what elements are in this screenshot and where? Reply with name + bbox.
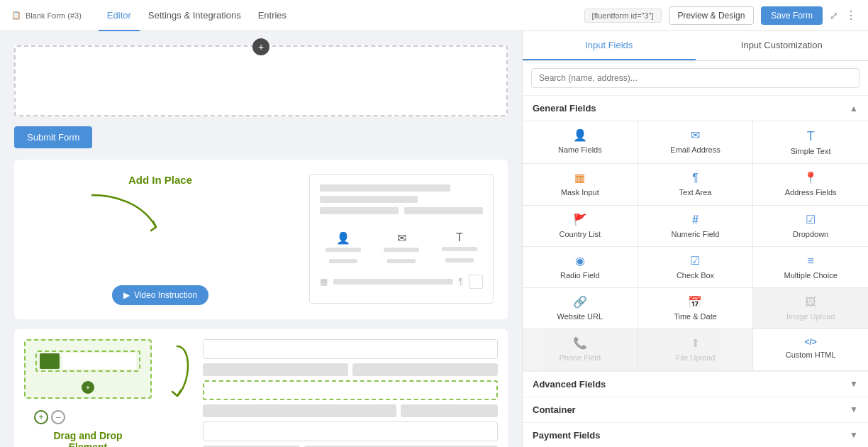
shortcode-badge: [fluentform id="3"] <box>584 9 662 23</box>
dnd-chip-2 <box>352 363 498 376</box>
mock-field-2 <box>320 196 418 203</box>
email-address-label: Email Address <box>670 145 720 155</box>
add-in-place-illustration: Add In Place ▶ Video Instruction <box>14 160 508 319</box>
country-list-icon: 🚩 <box>573 214 587 226</box>
advanced-fields-title: Advanced Fields <box>533 379 606 390</box>
video-instruction-button[interactable]: ▶ Video Instruction <box>112 285 208 305</box>
search-input[interactable] <box>531 68 859 88</box>
multiple-choice-icon: ≡ <box>807 255 813 267</box>
right-panel: Input Fields Input Customization General… <box>522 31 868 447</box>
field-address-fields[interactable]: 📍 Address Fields <box>753 164 868 204</box>
fields-panel: General Fields ▲ 👤 Name Fields ✉ Email A… <box>523 96 868 447</box>
preview-design-button[interactable]: Preview & Design <box>669 6 755 25</box>
add-field-plus[interactable]: + <box>252 38 269 55</box>
mock-two-col-1 <box>320 207 483 214</box>
brand: 📋 Blank Form (#3) <box>11 11 82 20</box>
custom-html-icon: </> <box>804 338 816 346</box>
field-multiple-choice[interactable]: ≡ Multiple Choice <box>753 247 868 287</box>
add-arrow-svg <box>85 188 170 238</box>
dropdown-label: Dropdown <box>793 229 828 239</box>
general-fields-chevron: ▲ <box>850 104 858 114</box>
field-phone-field: 📞 Phone Field <box>523 329 638 370</box>
payment-fields-header[interactable]: Payment Fields ▼ <box>523 422 868 447</box>
drag-drop-label: Drag and DropElement <box>24 430 152 447</box>
text-area-icon: ¶ <box>692 172 699 184</box>
drag-drop-section: + + − Drag and DropElement <box>14 329 508 447</box>
file-upload-icon: ⬆ <box>691 338 700 349</box>
advanced-fields-header[interactable]: Advanced Fields ▼ <box>523 371 868 397</box>
dnd-chip-4 <box>401 404 498 417</box>
email-address-icon: ✉ <box>691 130 700 141</box>
custom-html-label: Custom HTML <box>786 350 836 360</box>
mock-icon-text: T <box>442 231 477 267</box>
field-radio-field[interactable]: ◉ Radio Field <box>523 247 638 287</box>
advanced-fields-chevron: ▼ <box>850 379 858 389</box>
field-name-fields[interactable]: 👤 Name Fields <box>523 121 638 163</box>
time-date-label: Time & Date <box>674 311 717 321</box>
time-date-icon: 📅 <box>688 297 702 308</box>
submit-form-button[interactable]: Submit Form <box>14 126 92 148</box>
mock-field-1 <box>320 184 450 192</box>
container-header[interactable]: Container ▼ <box>523 397 868 422</box>
mock-icon-person: 👤 <box>326 231 361 267</box>
save-form-button[interactable]: Save Form <box>761 6 823 25</box>
radio-field-label: Radio Field <box>560 270 600 280</box>
field-time-date[interactable]: 📅 Time & Date <box>638 288 753 329</box>
dnd-green-block <box>40 353 60 369</box>
form-canvas: + <box>14 45 508 116</box>
dnd-right <box>174 339 498 447</box>
payment-fields-title: Payment Fields <box>533 430 600 441</box>
field-website-url[interactable]: 🔗 Website URL <box>523 288 638 329</box>
dnd-inner-plus[interactable]: + <box>82 381 94 394</box>
general-fields-header[interactable]: General Fields ▲ <box>523 96 868 121</box>
expand-icon[interactable]: ⤢ <box>830 10 838 21</box>
nav-tabs: Editor Settings & Integrations Entries <box>99 0 295 31</box>
email-icon: ✉ <box>397 231 406 245</box>
field-numeric-field[interactable]: # Numeric Field <box>638 206 753 246</box>
more-options-icon[interactable]: ⋮ <box>845 9 857 22</box>
tab-input-fields[interactable]: Input Fields <box>523 31 696 60</box>
field-email-address[interactable]: ✉ Email Address <box>638 121 753 163</box>
field-text-area[interactable]: ¶ Text Area <box>638 164 753 204</box>
file-upload-label: File Upload <box>676 353 716 363</box>
dnd-left: + + − Drag and DropElement <box>24 339 152 447</box>
numeric-field-icon: # <box>692 214 699 226</box>
simple-text-label: Simple Text <box>791 146 831 156</box>
field-country-list[interactable]: 🚩 Country List <box>523 206 638 246</box>
radio-field-icon: ◉ <box>575 255 585 267</box>
general-fields-title: General Fields <box>533 103 596 114</box>
dnd-arrow-svg <box>156 339 199 410</box>
mask-input-label: Mask Input <box>561 187 599 197</box>
dnd-chip-1 <box>203 363 348 376</box>
panel-tabs: Input Fields Input Customization <box>523 31 868 61</box>
image-upload-icon: 🖼 <box>805 297 816 308</box>
phone-field-label: Phone Field <box>559 353 601 363</box>
mask-input-icon: ▦ <box>574 172 585 184</box>
dnd-add-column-button[interactable]: + <box>34 410 48 424</box>
field-mask-input[interactable]: ▦ Mask Input <box>523 164 638 204</box>
name-fields-icon: 👤 <box>573 130 587 141</box>
tab-editor[interactable]: Editor <box>99 0 140 31</box>
tab-input-customization[interactable]: Input Customization <box>696 31 869 60</box>
website-url-icon: 🔗 <box>573 297 587 308</box>
field-simple-text[interactable]: T Simple Text <box>753 121 868 163</box>
brand-icon: 📋 <box>11 11 21 20</box>
dnd-form-field-1 <box>203 339 498 359</box>
field-dropdown[interactable]: ☑ Dropdown <box>753 206 868 246</box>
dnd-drop-area[interactable]: + <box>24 339 152 399</box>
check-box-icon: ☑ <box>690 255 700 267</box>
mock-col-2 <box>404 207 483 214</box>
tab-settings[interactable]: Settings & Integrations <box>140 0 250 31</box>
dnd-inner-dashed <box>35 351 140 372</box>
check-box-label: Check Box <box>677 270 714 280</box>
person-icon: 👤 <box>336 231 350 245</box>
simple-text-icon: T <box>807 130 815 143</box>
fields-grid: 👤 Name Fields ✉ Email Address T Simple T… <box>523 121 868 371</box>
dnd-remove-column-button[interactable]: − <box>51 410 65 424</box>
address-fields-label: Address Fields <box>785 187 837 197</box>
field-check-box[interactable]: ☑ Check Box <box>638 247 753 287</box>
numeric-field-label: Numeric Field <box>672 229 720 239</box>
field-custom-html[interactable]: </> Custom HTML <box>753 329 868 370</box>
tab-entries[interactable]: Entries <box>250 0 295 31</box>
mock-col-1 <box>320 207 399 214</box>
